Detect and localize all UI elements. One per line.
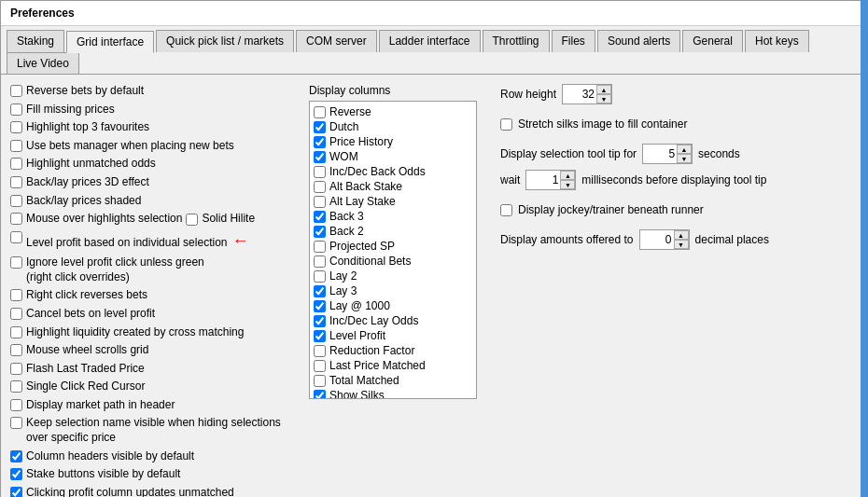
tooltip-up[interactable]: ▲ (677, 145, 692, 154)
label-use-bets-manager[interactable]: Use bets manager when placing new bets (26, 139, 234, 154)
checkbox-highlight-unmatched[interactable] (10, 158, 22, 170)
row-height-down[interactable]: ▼ (596, 94, 611, 104)
label-keep-selection[interactable]: Keep selection name visible when hiding … (26, 416, 281, 445)
wait-up[interactable]: ▲ (560, 171, 575, 180)
checkbox-backlay-3d[interactable] (10, 176, 22, 188)
label-highlight-unmatched[interactable]: Highlight unmatched odds (26, 157, 156, 172)
checkbox-keep-selection[interactable] (10, 417, 22, 429)
decimal-down[interactable]: ▼ (674, 240, 689, 249)
col-checkbox-alt-back-stake[interactable] (314, 181, 326, 193)
label-fill-missing[interactable]: Fill missing prices (26, 103, 115, 117)
checkbox-mouse-over[interactable] (10, 213, 22, 225)
checkbox-highlight-top3[interactable] (10, 121, 22, 133)
label-cancel-bets[interactable]: Cancel bets on level profit (26, 307, 155, 322)
label-backlay-3d[interactable]: Back/lay prices 3D effect (26, 175, 149, 190)
tab-files[interactable]: Files (552, 30, 595, 52)
col-checkbox-lay-@-1000[interactable] (314, 300, 326, 312)
label-highlight-liquidity[interactable]: Highlight liquidity created by cross mat… (26, 325, 244, 340)
tab-live-video[interactable]: Live Video (7, 52, 79, 74)
display-columns-box[interactable]: ReverseDutchPrice HistoryWOMInc/Dec Back… (309, 101, 477, 399)
checkbox-clicking-profit[interactable] (10, 487, 22, 497)
tooltip-down[interactable]: ▼ (677, 154, 692, 163)
tab-quick-pick[interactable]: Quick pick list / markets (156, 30, 294, 52)
decimal-input[interactable] (640, 232, 674, 247)
col-checkbox-last-price-matched[interactable] (314, 360, 326, 372)
checkbox-use-bets-manager[interactable] (10, 140, 22, 152)
col-checkbox-total-matched[interactable] (314, 375, 326, 387)
col-checkbox-inc/dec-back-odds[interactable] (314, 166, 326, 178)
checkbox-stake-buttons[interactable] (10, 468, 22, 480)
tab-sound-alerts[interactable]: Sound alerts (597, 30, 680, 52)
col-checkbox-alt-lay-stake[interactable] (314, 196, 326, 208)
col-checkbox-reverse[interactable] (314, 106, 326, 118)
decimal-up[interactable]: ▲ (674, 230, 689, 240)
checkbox-column-headers[interactable] (10, 450, 22, 462)
label-backlay-shaded[interactable]: Back/lay prices shaded (26, 194, 141, 209)
stretch-label[interactable]: Stretch silks image to fill container (518, 117, 687, 131)
label-mouse-wheel[interactable]: Mouse wheel scrolls grid (26, 343, 148, 358)
label-column-headers[interactable]: Column headers visible by default (26, 449, 194, 464)
checkbox-row-backlay-3d: Back/lay prices 3D effect (10, 175, 300, 190)
checkbox-backlay-shaded[interactable] (10, 195, 22, 207)
col-checkbox-reduction-factor[interactable] (314, 345, 326, 357)
checkbox-reverse-bets[interactable] (10, 85, 22, 97)
checkbox-row-cancel-bets: Cancel bets on level profit (10, 307, 300, 322)
tab-hot-keys[interactable]: Hot keys (745, 30, 809, 52)
label-display-market[interactable]: Display market path in header (26, 398, 175, 413)
checkbox-single-click[interactable] (10, 380, 22, 393)
checkbox-ignore-level[interactable] (10, 256, 22, 269)
label-highlight-top3[interactable]: Highlight top 3 favourites (26, 120, 149, 135)
checkbox-right-click[interactable] (10, 289, 22, 301)
col-checkbox-show-silks[interactable] (314, 390, 326, 400)
label-stake-buttons[interactable]: Stake buttons visible by default (26, 467, 180, 482)
label-level-profit[interactable]: Level profit based on individual selecti… (26, 230, 249, 252)
solid-hilite-checkbox[interactable] (186, 214, 198, 226)
row-height-spinner[interactable]: ▲ ▼ (562, 84, 612, 104)
jockey-label[interactable]: Display jockey/trainer beneath runner (518, 203, 704, 216)
col-checkbox-conditional-bets[interactable] (314, 255, 326, 268)
decimal-spinner[interactable]: ▲ ▼ (639, 229, 690, 250)
col-checkbox-wom[interactable] (314, 151, 326, 163)
wait-spinner[interactable]: ▲ ▼ (525, 170, 576, 190)
solid-hilite-label[interactable]: Solid Hilite (202, 212, 255, 227)
tab-grid-interface[interactable]: Grid interface (66, 31, 154, 53)
tooltip-input[interactable] (643, 146, 677, 161)
row-height-up[interactable]: ▲ (596, 85, 611, 94)
col-checkbox-inc/dec-lay-odds[interactable] (314, 315, 326, 327)
row-height-input[interactable] (563, 87, 596, 102)
stretch-checkbox[interactable] (500, 118, 512, 131)
checkbox-mouse-wheel[interactable] (10, 344, 22, 356)
label-single-click[interactable]: Single Click Red Cursor (26, 380, 145, 394)
col-checkbox-projected-sp[interactable] (314, 241, 326, 253)
label-ignore-level[interactable]: Ignore level profit click unless green (… (26, 255, 204, 284)
checkbox-row-use-bets-manager: Use bets manager when placing new bets (10, 139, 300, 154)
col-checkbox-lay-2[interactable] (314, 270, 326, 283)
label-flash-last[interactable]: Flash Last Traded Price (26, 362, 145, 377)
col-checkbox-lay-3[interactable] (314, 285, 326, 297)
checkbox-row-display-market: Display market path in header (10, 398, 300, 413)
tab-ladder-interface[interactable]: Ladder interface (379, 30, 481, 52)
checkbox-display-market[interactable] (10, 399, 22, 411)
checkbox-level-profit[interactable] (10, 231, 22, 243)
label-reverse-bets[interactable]: Reverse bets by default (26, 84, 144, 99)
label-clicking-profit[interactable]: Clicking profit column updates unmatched (26, 486, 234, 497)
jockey-checkbox[interactable] (500, 204, 512, 216)
checkbox-cancel-bets[interactable] (10, 308, 22, 320)
wait-input[interactable] (526, 173, 560, 187)
checkbox-fill-missing[interactable] (10, 104, 22, 116)
tab-throttling[interactable]: Throttling (483, 30, 550, 52)
col-checkbox-price-history[interactable] (314, 136, 326, 148)
col-checkbox-dutch[interactable] (314, 121, 326, 133)
tab-com-server[interactable]: COM server (296, 30, 377, 52)
col-checkbox-back-2[interactable] (314, 226, 326, 238)
col-checkbox-level-profit[interactable] (314, 330, 326, 342)
tab-staking[interactable]: Staking (7, 30, 64, 52)
checkbox-flash-last[interactable] (10, 363, 22, 375)
checkbox-highlight-liquidity[interactable] (10, 326, 22, 338)
tab-general[interactable]: General (682, 30, 743, 52)
col-checkbox-back-3[interactable] (314, 211, 326, 223)
wait-down[interactable]: ▼ (560, 180, 575, 189)
label-mouse-over[interactable]: Mouse over highlights selection (26, 212, 182, 227)
tooltip-spinner[interactable]: ▲ ▼ (642, 144, 693, 164)
label-right-click[interactable]: Right click reverses bets (26, 288, 147, 303)
